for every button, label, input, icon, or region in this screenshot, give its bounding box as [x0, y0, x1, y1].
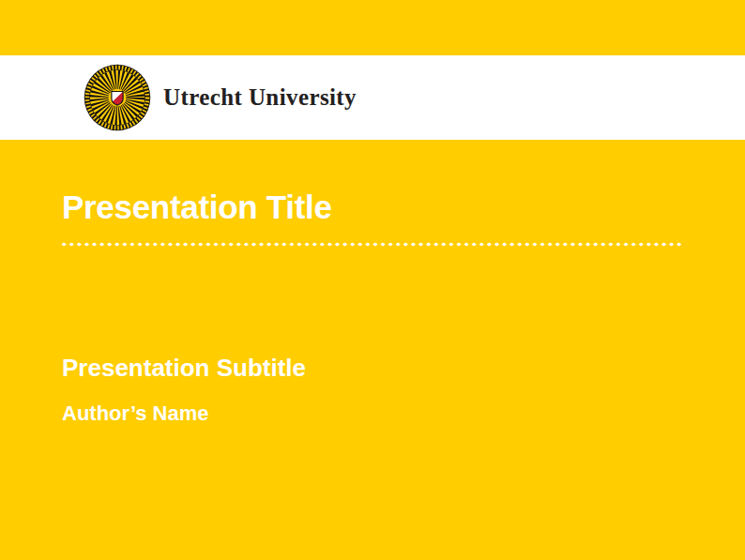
presentation-title: Presentation Title: [62, 190, 332, 223]
institution-name: Utrecht University: [163, 84, 357, 111]
dotted-divider: [60, 242, 683, 247]
utrecht-university-sun-logo-icon: [84, 64, 151, 131]
presentation-subtitle: Presentation Subtitle: [62, 356, 306, 380]
title-slide: Utrecht University Presentation Title Pr…: [0, 0, 745, 560]
header-band: Utrecht University: [0, 55, 745, 140]
author-name: Author’s Name: [62, 403, 208, 424]
